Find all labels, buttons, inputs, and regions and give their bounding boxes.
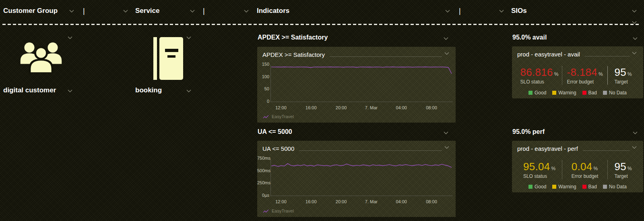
legend-label: Bad [588,184,597,190]
y-axis-tick: 50 [257,86,269,91]
header-service: Service [135,7,160,15]
chevron-down-icon[interactable] [632,146,637,149]
dashboard: Customer Group | Service | Indicators | … [0,0,644,221]
chart-title: UA <= 5000 [262,145,294,152]
metric-error-budget: 0.04% Error budget [562,161,607,179]
legend-good: Good [528,90,546,96]
metric-slo-status: 86.816% SLO status [517,66,562,85]
metric-unit: % [554,71,559,77]
header-customer-group: Customer Group [3,7,58,15]
metric-target: 95% Target [608,161,638,179]
legend-label: Warning [558,184,576,190]
legend-warning: Warning [552,90,576,96]
metric-error-budget: -8.184% Error budget [562,66,607,85]
line-series [270,158,452,196]
metric-label: Target [614,173,632,179]
x-axis-tick: 12:00 [269,105,293,110]
title-underline [585,56,630,56]
metric-target: 95% Target [608,66,638,85]
header-separator: | [203,7,205,15]
slo-tile-perf: prod - easytravel - perf 95.04% SLO stat… [512,141,643,192]
legend-color-swatch [552,91,556,95]
metric-value: 0.04 [572,161,592,173]
legend-color-swatch [552,185,556,189]
slo-title: prod - easytravel - perf [517,145,578,152]
legend-nodata: No Data [603,90,627,96]
metric-unit: % [593,166,598,171]
metric-value: 95 [614,161,626,173]
y-axis-tick: 0µs [257,193,269,198]
x-axis-tick: 7. Mar [359,199,383,204]
chevron-down-icon[interactable] [186,90,191,92]
header-indicators: Indicators [257,7,289,15]
chevron-down-icon[interactable] [244,10,249,13]
chevron-down-icon[interactable] [445,10,450,13]
metric-label: SLO status [520,79,559,85]
slo-tile-avail: prod - easytravel - avail 86.816% SLO st… [512,46,643,98]
chevron-down-icon[interactable] [632,21,637,24]
x-axis-tick: 16:00 [299,199,323,204]
metric-slo-status: 95.04% SLO status [517,161,562,179]
x-axis-tick: 7. Mar [359,105,383,110]
chevron-down-icon[interactable] [632,52,637,54]
legend-bad: Bad [582,184,597,190]
metric-unit: % [627,71,632,77]
legend-series-label: EasyTravel [272,114,294,119]
metric-label: SLO status [523,173,555,179]
indicator-header-apdex: APDEX >= Satisfactory [258,34,328,41]
chevron-down-icon[interactable] [123,10,128,13]
legend-warning: Warning [552,184,576,190]
legend-label: Warning [558,90,576,96]
chevron-down-icon[interactable] [632,10,637,13]
chevron-down-icon[interactable] [633,37,638,40]
header-sios: SIOs [511,7,527,15]
chart-tile-apdex: APDEX >= Satisfactory EasyTravel 0501001… [257,47,456,123]
book-icon [153,37,183,80]
legend-nodata: No Data [603,184,627,190]
chart-tile-ua: UA <= 5000 EasyTravel 0µs250ms500ms750ms… [257,141,456,217]
metric-unit: % [599,71,603,77]
legend-label: No Data [609,90,627,96]
chart-title: APDEX >= Satisfactory [262,51,325,58]
line-series-icon [263,209,269,213]
legend-color-swatch [582,185,586,189]
y-axis-tick: 750ms [257,156,269,161]
metric-value: 95 [614,66,626,79]
title-underline [299,150,442,151]
chevron-down-icon[interactable] [190,10,195,13]
slo-legend: Good Warning Bad No Data [512,184,643,190]
x-axis-tick: 20:00 [329,199,353,204]
legend-good: Good [528,184,546,190]
slo-metrics: 95.04% SLO status 0.04% Error budget 95%… [517,159,638,180]
chevron-down-icon[interactable] [499,10,504,13]
metric-label: Error budget [567,79,603,85]
metric-value: 95.04 [523,161,550,173]
line-series-icon [263,115,269,119]
separator-dashed-line [2,24,639,25]
legend-bad: Bad [582,90,597,96]
customer-group-label: digital customer [3,86,56,94]
metric-label: Target [614,79,632,85]
title-underline [330,56,442,57]
chevron-down-icon[interactable] [186,36,191,39]
metric-label: Error budget [572,173,599,179]
slo-title: prod - easytravel - avail [517,51,580,58]
chevron-down-icon[interactable] [444,37,448,40]
metric-unit: % [551,166,555,171]
legend-label: No Data [609,184,627,190]
sio-header-perf: 95.0% perf [512,128,545,136]
chevron-down-icon[interactable] [633,131,638,134]
legend-label: Bad [588,90,597,96]
chevron-down-icon[interactable] [444,131,448,134]
x-axis-tick: 08:00 [419,199,444,204]
chevron-down-icon[interactable] [444,146,449,149]
chevron-down-icon[interactable] [68,36,72,39]
chart-legend: EasyTravel [263,114,294,119]
chevron-down-icon[interactable] [444,52,449,55]
legend-color-swatch [528,185,533,189]
y-axis-tick: 0 [257,99,269,104]
legend-label: Good [535,90,546,96]
chevron-down-icon[interactable] [69,10,74,13]
y-axis-tick: 100 [257,74,269,79]
chevron-down-icon[interactable] [68,90,72,92]
